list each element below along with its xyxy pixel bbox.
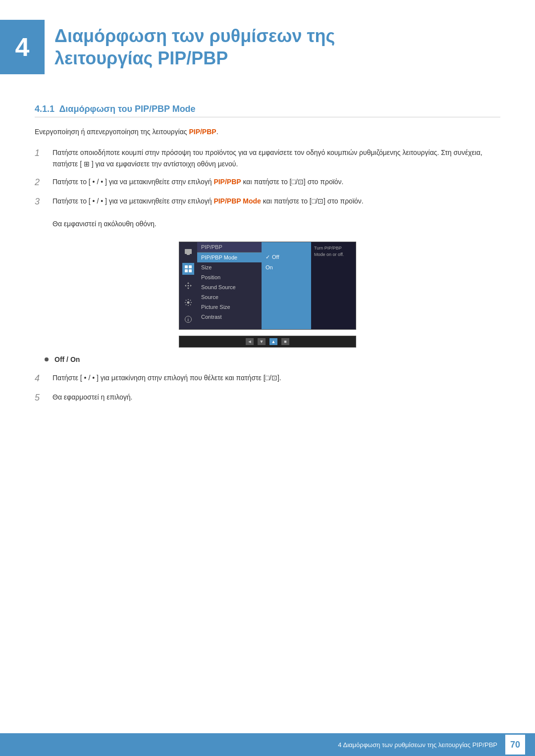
- screen-caption: Θα εμφανιστεί η ακόλουθη οθόνη.: [53, 218, 500, 229]
- menu-item-position[interactable]: Position: [197, 272, 262, 282]
- svg-rect-5: [189, 269, 192, 272]
- menu-help-panel: Turn PIP/PBP Mode on or off.: [311, 242, 356, 329]
- svg-rect-3: [189, 265, 192, 268]
- menu-option-off[interactable]: ✓ Off: [262, 252, 311, 262]
- nav-left-icon[interactable]: ◄: [246, 338, 254, 345]
- menu-item-contrast[interactable]: Contrast: [197, 312, 262, 322]
- menu-item-picture-size[interactable]: Picture Size: [197, 302, 262, 312]
- highlight-pipbp: PIP/PBP: [189, 128, 216, 136]
- menu-item-size[interactable]: Size: [197, 262, 262, 272]
- menu-right-panel: ✓ Off On: [262, 242, 311, 329]
- menu-title-bar: PIP/PBP: [197, 242, 262, 252]
- chapter-number: 4: [0, 20, 45, 74]
- tv-icon: [182, 246, 194, 258]
- svg-rect-1: [187, 254, 190, 255]
- bullet-label: Off / On: [54, 355, 80, 363]
- menu-panels: PIP/PBP PIP/PBP Mode Size Position Sound…: [197, 242, 356, 329]
- menu-left-panel: PIP/PBP PIP/PBP Mode Size Position Sound…: [197, 242, 262, 329]
- bullet-dot: [45, 357, 49, 361]
- svg-rect-2: [185, 265, 188, 268]
- svg-text:i: i: [188, 317, 189, 322]
- bullet-off-on: Off / On: [45, 355, 500, 363]
- nav-down-icon[interactable]: ▼: [258, 338, 266, 345]
- info-icon: i: [182, 313, 194, 325]
- section-heading: 4.1.1 Διαμόρφωση του PIP/PBP Mode: [35, 104, 500, 117]
- svg-point-6: [188, 285, 189, 286]
- page-header: 4 Διαμόρφωση των ρυθμίσεων της λειτουργί…: [0, 0, 535, 89]
- svg-rect-0: [185, 249, 192, 254]
- menu-option-on[interactable]: On: [262, 262, 311, 272]
- menu-item-pipbp-mode[interactable]: PIP/PBP Mode: [197, 252, 262, 262]
- step-1: 1 Πατήστε οποιοδήποτε κουμπί στην πρόσοψ…: [35, 147, 500, 169]
- svg-rect-4: [185, 269, 188, 272]
- page-number: 70: [505, 735, 525, 755]
- gear-icon: [182, 297, 194, 308]
- footer-text: 4 Διαμόρφωση των ρυθμίσεων της λειτουργί…: [338, 741, 497, 749]
- steps-list: 1 Πατήστε οποιοδήποτε κουμπί στην πρόσοψ…: [35, 147, 500, 208]
- step-4: 4 Πατήστε [ • / • ] για μετακίνηση στην …: [35, 372, 500, 385]
- menu-item-sound-source[interactable]: Sound Source: [197, 282, 262, 292]
- intro-text: Ενεργοποίηση ή απενεργοποίηση της λειτου…: [35, 126, 500, 137]
- menu-item-source[interactable]: Source: [197, 292, 262, 302]
- menu-sidebar: i: [179, 242, 197, 329]
- nav-up-icon[interactable]: ▲: [269, 338, 277, 345]
- svg-point-7: [187, 301, 190, 303]
- move-icon: [182, 280, 194, 292]
- screen-icon: [182, 263, 194, 275]
- menu-screenshot: i PIP/PBP PIP/PBP Mode Size Position Sou…: [35, 242, 500, 330]
- nav-enter-icon[interactable]: ■: [281, 338, 289, 345]
- bottom-nav-row: ◄ ▼ ▲ ■: [35, 336, 500, 348]
- chapter-title: Διαμόρφωση των ρυθμίσεων της λειτουργίας…: [54, 20, 335, 69]
- step-3: 3 Πατήστε το [ • / • ] για να μετακινηθε…: [35, 196, 500, 208]
- page-footer: 4 Διαμόρφωση των ρυθμίσεων της λειτουργί…: [0, 733, 535, 756]
- main-content: 4.1.1 Διαμόρφωση του PIP/PBP Mode Ενεργο…: [0, 104, 535, 454]
- menu-window: i PIP/PBP PIP/PBP Mode Size Position Sou…: [179, 242, 356, 330]
- step-2: 2 Πατήστε το [ • / • ] για να μετακινηθε…: [35, 176, 500, 189]
- step-5: 5 Θα εφαρμοστεί η επιλογή.: [35, 392, 500, 404]
- steps-list-2: 4 Πατήστε [ • / • ] για μετακίνηση στην …: [35, 372, 500, 404]
